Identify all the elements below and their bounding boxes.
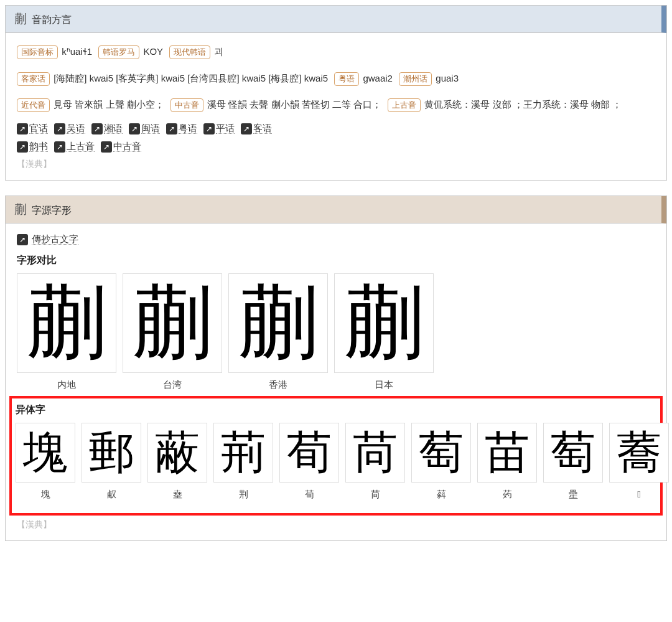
glyph-box[interactable]: 苗	[477, 423, 537, 483]
glyph-item: 蒯台湾	[123, 273, 222, 391]
subhead-compare: 字形对比	[17, 254, 655, 267]
variant-item: 蕎𦽵	[609, 423, 669, 501]
value-korean-roma: KOY	[143, 46, 163, 57]
dialect-link[interactable]: 粤语	[179, 123, 197, 134]
glyph-box[interactable]: 萄	[543, 423, 603, 483]
glyph-box: 蒯	[334, 273, 434, 373]
dialect-link[interactable]: 上古音	[67, 141, 95, 152]
value-hakka: [海陆腔] kwai5 [客英字典] kwai5 [台湾四县腔] kwai5 […	[54, 73, 330, 83]
glyph-box[interactable]: 蔽	[147, 423, 207, 483]
glyph-box[interactable]: 郵	[82, 423, 141, 483]
dialect-link[interactable]: 湘语	[104, 123, 123, 134]
dialect-link[interactable]: 客语	[253, 123, 272, 134]
variant-item: 荀䓒	[279, 423, 339, 501]
value-teochew: guai3	[436, 73, 459, 83]
glyph-label: 䓎	[477, 489, 537, 501]
panel-body: 国际音标 kʰuaiɬ1 韩语罗马 KOY 现代韩语 괴 客家话 [海陆腔] k…	[6, 33, 666, 180]
phonology-panel: 蒯 音韵方言 国际音标 kʰuaiɬ1 韩语罗马 KOY 现代韩语 괴 客家话 …	[5, 5, 667, 181]
glyph-label: 𦽵	[609, 489, 669, 499]
external-link-icon: ↗	[17, 123, 28, 134]
glyph-label: 䔑	[411, 489, 471, 501]
glyph-variants-row: 塊塊郵㕟蔽㙓荊荆荀䓒苘苘萄䔑苗䓎萄㽮蕎𦽵	[16, 423, 656, 501]
link-chuanchao[interactable]: 傳抄古文字	[32, 233, 78, 245]
variant-item: 荊荆	[213, 423, 273, 501]
head-title: 字源字形	[32, 205, 72, 215]
glyph-label: 苘	[345, 489, 405, 501]
tag-cantonese: 粤语	[334, 72, 359, 86]
glyph-label: 㙓	[147, 489, 207, 501]
glyph-label: 台湾	[123, 379, 222, 391]
glyph-box[interactable]: 蕎	[609, 423, 669, 483]
glyph-box[interactable]: 苘	[345, 423, 405, 483]
dialect-link[interactable]: 官话	[29, 123, 48, 134]
external-link-icon: ↗	[129, 123, 140, 134]
dialect-link[interactable]: 吴语	[67, 123, 85, 134]
external-link-icon: ↗	[54, 141, 65, 153]
tag-modern-korean: 现代韩语	[169, 45, 210, 59]
handian-mark: 【漢典】	[17, 159, 655, 170]
glyph-item: 蒯日本	[334, 273, 434, 391]
dialect-link[interactable]: 韵书	[29, 141, 48, 152]
glyph-label: 㽮	[543, 489, 603, 501]
tag-early-mandarin: 近代音	[17, 98, 50, 112]
variant-item: 萄䔑	[411, 423, 471, 501]
variant-item: 蔽㙓	[147, 423, 207, 501]
glyph-box: 蒯	[123, 273, 222, 373]
glyph-label: 内地	[17, 379, 116, 391]
panel-body: ↗ 傳抄古文字 字形对比 蒯内地蒯台湾蒯香港蒯日本 异体字 塊塊郵㕟蔽㙓荊荆荀䓒…	[6, 224, 666, 540]
glyph-label: 荆	[213, 489, 273, 501]
variant-item: 苗䓎	[477, 423, 537, 501]
head-title: 音韵方言	[32, 14, 72, 25]
glyph-panel: 蒯 字源字形 ↗ 傳抄古文字 字形对比 蒯内地蒯台湾蒯香港蒯日本 异体字 塊塊郵…	[5, 196, 667, 541]
glyph-box: 蒯	[17, 273, 116, 373]
row-hakka: 客家话 [海陆腔] kwai5 [客英字典] kwai5 [台湾四县腔] kwa…	[17, 70, 655, 88]
glyph-item: 蒯香港	[228, 273, 328, 391]
glyph-label: 日本	[334, 379, 434, 391]
glyph-label: 㕟	[82, 489, 141, 501]
tag-korean-roma: 韩语罗马	[98, 45, 139, 59]
glyph-box: 蒯	[228, 273, 328, 373]
variant-item: 郵㕟	[82, 423, 141, 501]
external-link-icon: ↗	[166, 123, 177, 134]
row-ipa: 国际音标 kʰuaiɬ1 韩语罗马 KOY 现代韩语 괴	[17, 43, 655, 61]
glyph-box[interactable]: 塊	[16, 423, 75, 483]
external-link-icon: ↗	[91, 123, 103, 134]
value-cantonese: gwaai2	[363, 73, 393, 83]
variant-item: 塊塊	[16, 423, 75, 501]
tag-old-chinese: 上古音	[388, 98, 421, 112]
head-char: 蒯	[14, 12, 27, 26]
head-char: 蒯	[14, 202, 27, 216]
historical-links: ↗韵书↗上古音↗中古音	[17, 141, 655, 153]
external-link-icon: ↗	[17, 141, 28, 153]
dialect-links: ↗官话↗吴语↗湘语↗闽语↗粤语↗平话↗客语	[17, 123, 655, 134]
glyph-label: 塊	[16, 489, 75, 501]
glyph-label: 香港	[228, 379, 328, 391]
tag-teochew: 潮州话	[399, 72, 432, 86]
value-old-chinese: 黄侃系统：溪母 沒部 ；王力系统：溪母 物部 ；	[424, 99, 622, 110]
dialect-link[interactable]: 平话	[216, 123, 235, 134]
tag-ipa: 国际音标	[17, 45, 58, 59]
external-link-icon: ↗	[17, 234, 28, 245]
value-ipa: kʰuaiɬ1	[62, 46, 92, 57]
panel-heading: 蒯 音韵方言	[6, 6, 666, 33]
dialect-link[interactable]: 闽语	[141, 123, 160, 134]
subhead-variants: 异体字	[16, 403, 656, 417]
glyph-box[interactable]: 荊	[213, 423, 273, 483]
external-link-icon: ↗	[54, 123, 65, 134]
panel-heading: 蒯 字源字形	[6, 196, 666, 224]
external-link-icon: ↗	[203, 123, 215, 134]
glyph-compare-row: 蒯内地蒯台湾蒯香港蒯日本	[17, 273, 655, 391]
variant-item: 苘苘	[345, 423, 405, 501]
glyph-label: 䓒	[279, 489, 339, 501]
external-link-icon: ↗	[241, 123, 252, 134]
external-link-icon: ↗	[101, 141, 112, 153]
dialect-link[interactable]: 中古音	[113, 141, 141, 152]
row-historical: 近代音 見母 皆來韻 上聲 蒯小空； 中古音 溪母 怪韻 去聲 蒯小韻 苦怪切 …	[17, 96, 655, 114]
glyph-item: 蒯内地	[17, 273, 116, 391]
value-middle-chinese: 溪母 怪韻 去聲 蒯小韻 苦怪切 二等 合口；	[207, 99, 381, 110]
glyph-box[interactable]: 萄	[411, 423, 471, 483]
value-modern-korean: 괴	[214, 46, 223, 57]
variants-highlight-box: 异体字 塊塊郵㕟蔽㙓荊荆荀䓒苘苘萄䔑苗䓎萄㽮蕎𦽵	[9, 396, 663, 516]
value-early-mandarin: 見母 皆來韻 上聲 蒯小空；	[54, 99, 164, 110]
glyph-box[interactable]: 荀	[279, 423, 339, 483]
